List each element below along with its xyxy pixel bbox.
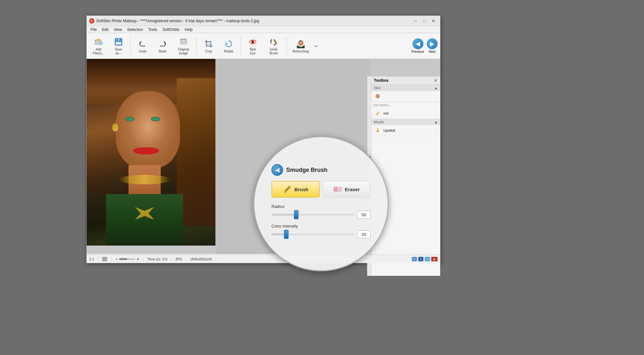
mouth-section-label[interactable]: Mouth ▲ bbox=[371, 119, 440, 125]
svg-text:t: t bbox=[427, 258, 428, 261]
menu-view[interactable]: View bbox=[111, 27, 125, 33]
next-arrow-icon: ▶ bbox=[427, 38, 438, 49]
image-dimensions: (435x650x24) bbox=[190, 257, 212, 261]
minimize-button[interactable]: ─ bbox=[411, 18, 420, 24]
zoom-slider-section[interactable] bbox=[115, 257, 143, 261]
menu-softorbits[interactable]: SoftOrbits bbox=[160, 27, 182, 33]
original-image-button[interactable]: OriginalImage bbox=[173, 34, 194, 58]
skin-tool-1-icon bbox=[374, 93, 381, 99]
title-bar-left: SoftSkin Photo Makeup - ****Unregistered… bbox=[89, 18, 259, 23]
crop-button[interactable]: Crop bbox=[199, 34, 218, 58]
undo-brush-button[interactable]: UndoBrush bbox=[263, 34, 284, 58]
skin-section-label[interactable]: Skin ▲ bbox=[371, 85, 440, 91]
photo-canvas bbox=[87, 59, 215, 246]
toolbox-close-button[interactable]: ✕ bbox=[434, 78, 438, 83]
pencil-label: ncil bbox=[384, 112, 388, 115]
redo-button[interactable]: Redo bbox=[153, 34, 172, 58]
svg-point-17 bbox=[184, 41, 186, 42]
zoom-slider[interactable] bbox=[119, 258, 135, 260]
svg-rect-7 bbox=[117, 39, 118, 41]
color-intensity-slider-track[interactable] bbox=[271, 233, 355, 235]
mouth-section-arrow-icon: ▲ bbox=[434, 120, 438, 124]
red-eye-label: RedEye bbox=[250, 48, 256, 55]
menu-edit[interactable]: Edit bbox=[99, 27, 111, 33]
share-icon: f bbox=[418, 257, 423, 261]
rotate-icon bbox=[223, 39, 234, 49]
crop-icon bbox=[204, 39, 214, 49]
menu-help[interactable]: Help bbox=[182, 27, 195, 33]
toolbox-item-pencil[interactable]: ncil bbox=[371, 108, 440, 119]
smudge-title-row: ◀ Smudge Brush bbox=[271, 164, 371, 176]
eraser-mode-button[interactable]: Eraser bbox=[322, 181, 371, 198]
can-remove-text: can remov... bbox=[373, 103, 391, 107]
status-bar: 1:1 Time (s): 0.0 JPG (435x650x24) bbox=[87, 255, 440, 263]
zoom-plus-icon bbox=[137, 257, 139, 261]
can-remove-area: can remov... bbox=[371, 102, 440, 108]
save-as-icon bbox=[113, 37, 124, 47]
toolbox-title: Toolbox bbox=[374, 78, 389, 83]
svg-point-22 bbox=[253, 41, 254, 42]
red-eye-button[interactable]: RedEye bbox=[243, 34, 262, 58]
pencil-icon bbox=[374, 110, 381, 117]
next-button[interactable]: ▶ Next bbox=[427, 38, 438, 53]
previous-button[interactable]: ◀ Previous bbox=[412, 38, 424, 53]
twitter-icon: t bbox=[425, 257, 430, 261]
undo-button[interactable]: Undo bbox=[133, 34, 152, 58]
lipstick-label: Lipstick bbox=[384, 128, 395, 132]
app-window: SoftSkin Photo Makeup - ****Unregistered… bbox=[86, 15, 440, 263]
radius-section: Radius 50 bbox=[271, 204, 371, 219]
retouching-label: Retouching bbox=[293, 50, 309, 53]
add-files-label: AddFile(s)... bbox=[93, 48, 104, 55]
save-as-button[interactable]: Saveas... bbox=[109, 34, 128, 58]
menu-bar: File Edit View Selection Tools SoftOrbit… bbox=[87, 26, 440, 33]
file-format: JPG bbox=[175, 257, 182, 261]
save-as-label: Saveas... bbox=[115, 48, 122, 55]
retouching-icon bbox=[296, 39, 306, 49]
retouching-button[interactable]: Retouching bbox=[289, 34, 312, 58]
radius-slider-thumb[interactable] bbox=[294, 210, 298, 219]
crop-label: Crop bbox=[205, 50, 212, 53]
svg-rect-33 bbox=[116, 259, 118, 259]
previous-label: Previous bbox=[412, 50, 424, 53]
toolbox-item-lipstick[interactable]: Lipstick bbox=[371, 125, 440, 136]
radius-slider-row: 50 bbox=[271, 211, 371, 219]
svg-rect-35 bbox=[137, 258, 138, 260]
svg-point-1 bbox=[91, 20, 92, 21]
undo-brush-icon bbox=[269, 37, 279, 47]
toolbar-more-icon bbox=[314, 44, 318, 48]
rotate-button[interactable]: Rotate bbox=[219, 34, 238, 58]
redo-label: Redo bbox=[159, 50, 166, 53]
toolbox-item-skin-1[interactable] bbox=[371, 91, 440, 102]
menu-file[interactable]: File bbox=[88, 27, 99, 33]
view-mode-icon bbox=[102, 257, 107, 261]
add-files-icon bbox=[93, 37, 104, 47]
zoom-level: 1:1 bbox=[89, 257, 94, 261]
smudge-back-button[interactable]: ◀ bbox=[271, 164, 283, 176]
brush-tool-icon bbox=[283, 185, 292, 194]
close-button[interactable]: ✕ bbox=[429, 18, 438, 24]
toolbar-sep-3 bbox=[241, 36, 241, 56]
color-intensity-slider-thumb[interactable] bbox=[284, 230, 289, 239]
toolbar: AddFile(s)... Saveas... bbox=[87, 33, 440, 59]
smudge-brush-panel: ◀ Smudge Brush Brush bbox=[253, 136, 389, 271]
svg-text:f: f bbox=[421, 258, 421, 261]
radius-slider-track[interactable] bbox=[271, 214, 355, 216]
skin-section-arrow-icon: ▲ bbox=[434, 86, 438, 90]
color-intensity-slider-row: 25 bbox=[271, 230, 371, 238]
menu-selection[interactable]: Selection bbox=[125, 27, 146, 33]
add-files-button[interactable]: AddFile(s)... bbox=[89, 34, 108, 58]
svg-rect-27 bbox=[377, 131, 379, 132]
color-intensity-value-display: 25 bbox=[357, 230, 371, 238]
brush-mode-button[interactable]: Brush bbox=[271, 181, 320, 198]
format-section: JPG bbox=[175, 257, 186, 261]
window-title: SoftSkin Photo Makeup - ****Unregistered… bbox=[96, 19, 259, 23]
view-mode-section bbox=[102, 257, 111, 261]
dimensions-section: (435x650x24) bbox=[190, 257, 216, 261]
radius-value-display: 50 bbox=[357, 211, 371, 219]
toolbar-more-button[interactable] bbox=[314, 34, 318, 58]
maximize-button[interactable]: □ bbox=[420, 18, 429, 24]
menu-tools[interactable]: Tools bbox=[146, 27, 160, 33]
color-intensity-label: Color intensity bbox=[271, 224, 371, 229]
smudge-title: Smudge Brush bbox=[286, 167, 327, 173]
previous-arrow-icon: ◀ bbox=[412, 38, 423, 49]
